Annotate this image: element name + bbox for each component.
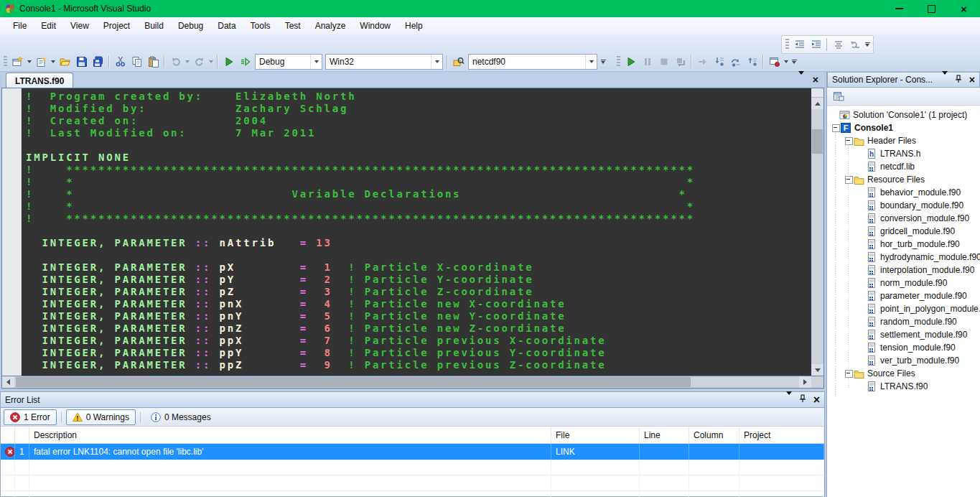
pin-icon[interactable] [799,394,806,405]
toolbar-grip[interactable] [4,56,7,68]
step-into-button[interactable] [711,54,727,70]
horizontal-scrollbar[interactable] [1,376,824,389]
error-list-header[interactable]: Error List × [1,392,824,408]
toolbar-grip[interactable] [785,39,789,50]
column-header-column[interactable]: Column [689,427,739,444]
find-dropdown[interactable] [585,55,597,69]
collapse-expander-icon[interactable] [845,176,853,184]
redo-button[interactable] [191,54,207,70]
tree-item-solution-console1-1-project[interactable]: Solution 'Console1' (1 project) [827,108,980,121]
tree-item-interpolation-module-f90[interactable]: interpolation_module.f90 [827,264,980,277]
scroll-up-button[interactable] [811,98,823,109]
menu-window[interactable]: Window [353,19,398,33]
error-row-number[interactable]: 1 [15,444,29,460]
column-header-description[interactable]: Description [29,427,551,444]
continue-button[interactable] [622,54,639,70]
menu-view[interactable]: View [63,19,96,33]
tree-item-ltrans-h[interactable]: hLTRANS.h [827,147,980,160]
tab-ltrans-f90[interactable]: LTRANS.f90 [6,73,73,88]
pause-button[interactable] [639,54,655,70]
tree-item-hydrodynamic-module-f90[interactable]: hydrodynamic_module.f90 [827,251,980,264]
redo-dropdown[interactable] [207,54,215,70]
step-alternate-button[interactable] [237,54,253,70]
breakpoints-dropdown[interactable] [783,54,790,70]
properties-button[interactable] [830,88,846,105]
tree-item-console1[interactable]: FConsole1 [827,121,980,134]
platform-dropdown[interactable] [431,55,442,69]
close-button[interactable]: × [948,0,980,17]
tree-item-point-in-polygon-module-f90[interactable]: point_in_polygon_module.f90 [827,302,980,315]
copy-button[interactable] [129,54,145,70]
window-position-dropdown-icon[interactable] [942,75,948,85]
comment-selection-button[interactable] [846,37,863,53]
tree-item-resource-files[interactable]: Resource Files [827,173,980,186]
tree-item-parameter-module-f90[interactable]: parameter_module.f90 [827,289,980,302]
minimize-button[interactable] [883,0,915,17]
scroll-left-button[interactable] [2,376,14,388]
menu-analyze[interactable]: Analyze [308,19,353,33]
window-position-dropdown-icon[interactable] [786,395,792,405]
undo-button[interactable] [167,54,184,70]
step-over-button[interactable] [727,54,744,70]
find-in-files-button[interactable] [450,54,467,70]
breakpoints-window-button[interactable] [766,54,783,70]
menu-build[interactable]: Build [137,19,171,33]
tree-item-behavior-module-f90[interactable]: behavior_module.f90 [827,186,980,199]
find-combo[interactable]: netcdf90 [468,54,597,70]
toolbar-overflow-button[interactable] [863,37,872,53]
tree-item-tension-module-f90[interactable]: tension_module.f90 [827,341,980,354]
step-out-button[interactable] [744,54,760,70]
decrease-indent-button[interactable] [791,37,808,53]
collapse-expander-icon[interactable] [832,124,840,132]
new-project-button[interactable] [9,54,26,70]
menu-data[interactable]: Data [210,19,243,33]
toolbar-overflow-button[interactable] [599,54,607,70]
new-project-dropdown[interactable] [26,54,33,70]
start-debugging-button[interactable] [220,54,237,70]
solution-platform-combo[interactable]: Win32 [325,54,443,70]
tree-item-norm-module-f90[interactable]: norm_module.f90 [827,277,980,289]
column-header-project[interactable]: Project [739,427,824,444]
tree-item-random-module-f90[interactable]: random_module.f90 [827,315,980,328]
menu-test[interactable]: Test [278,19,308,33]
solution-explorer-header[interactable]: Solution Explorer - Cons... × [827,72,980,88]
solution-configuration-combo[interactable]: Debug [255,54,322,70]
column-header-icon[interactable] [1,427,15,444]
error-severity-icon[interactable] [1,444,15,460]
collapse-expander-icon[interactable] [845,137,853,145]
menu-help[interactable]: Help [398,19,430,33]
open-file-button[interactable] [57,54,73,70]
pin-icon[interactable] [955,75,962,85]
configuration-dropdown[interactable] [310,55,322,69]
stop-button[interactable] [655,54,672,70]
splitter-box[interactable] [811,88,823,98]
error-column[interactable] [689,444,739,460]
cut-button[interactable] [112,54,129,70]
toolbar-grip[interactable] [617,56,620,68]
menu-debug[interactable]: Debug [171,19,210,33]
tree-item-gridcell-module-f90[interactable]: gridcell_module.f90 [827,225,980,238]
filter-1-error-button[interactable]: 1 Error [4,409,57,425]
error-project[interactable] [739,444,824,460]
column-header-file[interactable]: File [551,427,640,444]
tree-item-header-files[interactable]: Header Files [827,134,980,147]
tree-item-netcdf-lib[interactable]: netcdf.lib [827,160,980,173]
restart-button[interactable] [672,54,689,70]
close-panel-icon[interactable]: × [813,394,820,406]
tree-item-conversion-module-f90[interactable]: conversion_module.f90 [827,212,980,225]
horizontal-scroll-thumb[interactable] [16,377,691,387]
close-panel-icon[interactable]: × [969,75,975,85]
toolbar-overflow-button[interactable] [790,54,798,70]
tree-item-boundary-module-f90[interactable]: boundary_module.f90 [827,199,980,212]
tree-item-source-files[interactable]: Source Files [827,367,980,380]
add-item-dropdown[interactable] [50,54,57,70]
collapse-expander-icon[interactable] [845,370,853,378]
scroll-down-button[interactable] [811,364,823,376]
add-item-button[interactable] [33,54,50,70]
show-next-statement-button[interactable] [694,54,711,70]
save-all-button[interactable] [90,54,106,70]
restore-button[interactable] [915,0,948,17]
save-button[interactable] [73,54,90,70]
indicator-margin[interactable] [2,88,22,376]
filter-0-warnings-button[interactable]: 0 Warnings [66,409,136,425]
